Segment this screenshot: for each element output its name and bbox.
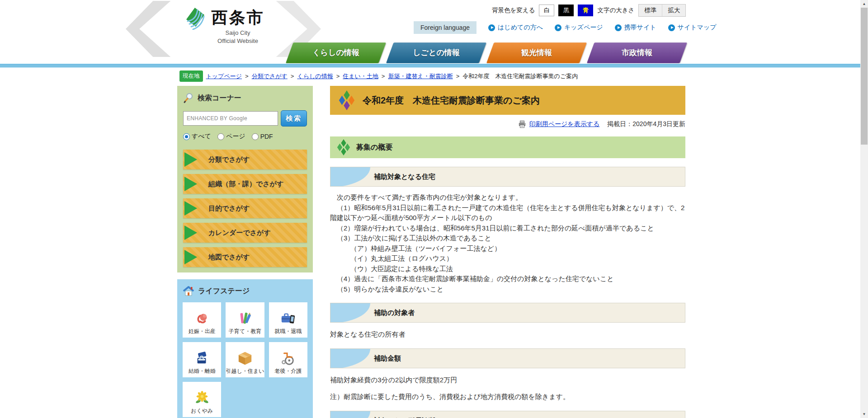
page-title-bar: 令和2年度 木造住宅耐震診断事業のご案内	[330, 86, 685, 115]
requirement-item: （3）工法が次に掲げる工法以外の木造であること	[330, 233, 685, 244]
breadcrumb-link-kurashi[interactable]: くらしの情報	[297, 72, 333, 80]
bg-blue-button[interactable]: 青	[578, 5, 593, 16]
breadcrumb-link-shinchiku[interactable]: 新築・建替え・耐震診断	[388, 72, 453, 80]
sidebar-button-category[interactable]: 分類でさがす	[183, 150, 307, 169]
arrow-right-icon	[184, 250, 197, 264]
search-corner-title: 検索コーナー	[198, 94, 241, 103]
tile-employment-retirement[interactable]: 就職・退職	[269, 302, 307, 338]
scroll-up-arrow-icon[interactable]: ▲	[860, 0, 868, 8]
link-kids-page[interactable]: キッズページ	[555, 23, 603, 32]
radio-pdf-control[interactable]	[252, 133, 259, 140]
link-sitemap[interactable]: サイトマップ	[668, 23, 717, 32]
tile-moving-housing[interactable]: 引越し・住まい	[226, 342, 264, 377]
page-title: 令和2年度 木造住宅耐震診断事業のご案内	[363, 94, 540, 107]
radio-all-control[interactable]	[183, 133, 190, 140]
search-input[interactable]	[183, 111, 278, 126]
lifestage-title: ライフステージ	[198, 286, 250, 296]
accessibility-controls: 背景色を変える 白 黒 青 文字の大きさ 標準 拡大	[492, 4, 686, 17]
tab-kurashi-info[interactable]: くらしの情報	[286, 42, 387, 63]
bg-white-button[interactable]: 白	[539, 5, 554, 16]
breadcrumb-link-category[interactable]: 分類でさがす	[252, 72, 288, 80]
requirements-intro: 次の要件をすべて満たす西条市内の住宅が対象となります。	[330, 193, 685, 203]
wheelchair-icon	[280, 351, 296, 366]
tile-marriage-divorce[interactable]: 結婚・離婚	[183, 342, 221, 377]
requirement-subitem: （イ）丸太組工法（ログハウス）	[330, 254, 685, 264]
crayons-icon	[237, 311, 253, 326]
vertical-scrollbar[interactable]: ▲ ▼	[860, 0, 868, 418]
breadcrumb: 現在地 トップページ > 分類でさがす > くらしの情報 > 住まい・土地 > …	[179, 70, 684, 82]
tile-condolence[interactable]: おくやみ	[183, 382, 221, 417]
subheader-eligible-houses: 補助対象となる住宅	[330, 167, 685, 187]
chrysanthemum-icon	[194, 390, 210, 406]
green-diamonds-icon	[336, 139, 351, 156]
header-divider-band	[0, 63, 868, 68]
saijo-city-logo-icon	[184, 6, 207, 30]
current-location-badge: 現在地	[179, 70, 203, 82]
diamond-cluster-icon	[337, 90, 356, 111]
print-page-link[interactable]: 印刷用ページを表示する	[529, 120, 600, 128]
scroll-down-arrow-icon[interactable]: ▼	[860, 410, 868, 418]
link-mobile-site[interactable]: 携帯サイト	[615, 23, 656, 32]
radio-page-control[interactable]	[217, 133, 224, 140]
breadcrumb-current-page: 令和2年度 木造住宅耐震診断事業のご案内	[462, 72, 578, 80]
sidebar-search-section: 検索コーナー 検索 すべて ページ PDF 分類でさがす 組織（部・課）でさがす…	[177, 86, 313, 272]
lifestage-tiles: 妊娠・出産 子育て・教育 就職・退職	[183, 302, 307, 417]
breadcrumb-link-sumai[interactable]: 住まい・土地	[343, 72, 378, 80]
briefcase-icon	[280, 311, 296, 326]
search-scope-radios: すべて ページ PDF	[183, 132, 307, 141]
bg-black-button[interactable]: 黒	[558, 5, 574, 16]
logo-subtitle-en2: Official Website	[217, 38, 258, 44]
font-size-label: 文字の大きさ	[597, 6, 634, 14]
header-quick-links: Foreign language はじめての方へ キッズページ 携帯サイト サイ…	[414, 21, 717, 34]
breadcrumb-link-top[interactable]: トップページ	[206, 72, 242, 80]
arrow-right-icon	[184, 152, 197, 167]
tile-pregnancy-birth[interactable]: 妊娠・出産	[183, 302, 221, 338]
radio-all[interactable]: すべて	[183, 132, 211, 141]
site-logo[interactable]: 西条市 Saijo City Official Website	[149, 6, 298, 45]
scrollbar-thumb[interactable]	[861, 8, 868, 145]
font-large-button[interactable]: 拡大	[662, 5, 685, 16]
tile-childcare-education[interactable]: 子育て・教育	[226, 302, 264, 338]
foreign-language-button[interactable]: Foreign language	[414, 21, 476, 34]
tab-shigoto-info[interactable]: しごとの情報	[386, 42, 487, 63]
arrow-right-icon	[184, 201, 197, 216]
ring-box-icon	[194, 351, 210, 366]
requirement-subitem: （ア）枠組み壁工法（ツーバイフォー工法など）	[330, 244, 685, 254]
section-overview-header: 募集の概要	[330, 136, 685, 158]
sidebar-lifestage-section: ライフステージ 妊娠・出産 子育て・教育	[177, 279, 313, 418]
bg-color-label: 背景色を変える	[492, 6, 535, 14]
owner-text: 対象となる住宅の所有者	[330, 329, 685, 340]
requirement-item: （2）増築が行われている場合は、昭和56年5月31日以前に着工された部分の延べ面…	[330, 223, 685, 234]
play-circle-icon	[488, 24, 495, 31]
subheader-eligible-persons: 補助の対象者	[330, 303, 685, 323]
main-content: 令和2年度 木造住宅耐震診断事業のご案内 印刷用ページを表示する 掲載日：202…	[330, 86, 685, 418]
sidebar-button-calendar[interactable]: カレンダーでさがす	[183, 223, 307, 243]
overview-title: 募集の概要	[356, 143, 392, 152]
subheader-subsidy-amount: 補助金額	[330, 348, 685, 368]
subheader-target-diagnosis: 対象となる耐震診断	[330, 411, 685, 418]
link-first-time[interactable]: はじめての方へ	[488, 23, 543, 32]
posted-date: 掲載日：2020年4月3日更新	[607, 120, 685, 128]
house-icon	[183, 286, 194, 296]
play-circle-icon	[615, 24, 622, 31]
sidebar-button-purpose[interactable]: 目的でさがす	[183, 198, 307, 218]
sidebar-button-map[interactable]: 地図でさがす	[183, 247, 307, 267]
sidebar-button-organization[interactable]: 組織（部・課）でさがす	[183, 174, 307, 194]
city-name: 西条市	[212, 6, 264, 29]
radio-pdf[interactable]: PDF	[252, 133, 273, 140]
play-circle-icon	[668, 24, 675, 31]
fetus-icon	[194, 311, 210, 326]
arrow-right-icon	[184, 225, 197, 240]
tab-shisei-info[interactable]: 市政情報	[587, 42, 688, 63]
page: { "header": { "logo": { "city": "西条市", "…	[0, 0, 868, 418]
requirement-item: （5）明らかな法令違反がないこと	[330, 284, 685, 295]
radio-page[interactable]: ページ	[217, 132, 245, 141]
search-icon	[183, 93, 194, 103]
search-button[interactable]: 検索	[281, 110, 307, 127]
requirement-item: （1）昭和56年5月31日以前に着工された一戸建ての木造住宅（住宅を主とする併用…	[330, 203, 685, 223]
tab-kanko-info[interactable]: 観光情報	[486, 42, 587, 63]
font-standard-button[interactable]: 標準	[639, 5, 662, 16]
arrow-right-icon	[184, 177, 197, 191]
font-size-group: 標準 拡大	[638, 4, 686, 17]
tile-elderly-care[interactable]: 老後・介護	[269, 342, 307, 377]
